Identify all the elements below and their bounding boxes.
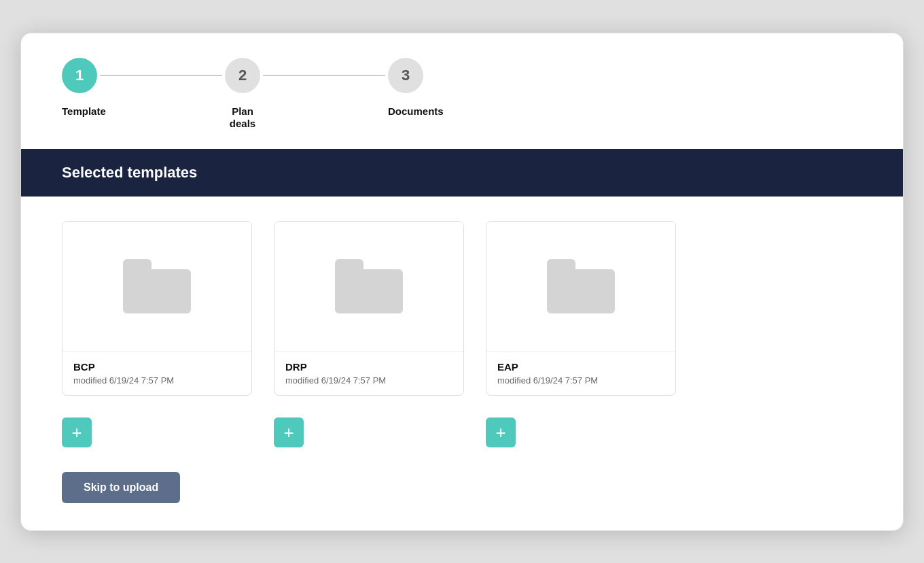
content-section: BCP modified 6/19/24 7:57 PM DRP modifie…: [21, 197, 903, 530]
add-buttons-row: + + +: [62, 417, 862, 447]
plus-icon-3: +: [495, 424, 505, 441]
add-template-btn-2[interactable]: +: [274, 417, 304, 447]
step-line-1: [100, 75, 222, 76]
step-3-circle: 3: [388, 58, 423, 93]
folder-body-drp: [335, 269, 403, 313]
skip-to-upload-button[interactable]: Skip to upload: [62, 472, 180, 503]
folder-body-bcp: [123, 269, 191, 313]
stepper-section: 1 2 3 Template Plan deals Documents: [21, 33, 903, 149]
template-modified-drp: modified 6/19/24 7:57 PM: [285, 375, 452, 386]
templates-grid: BCP modified 6/19/24 7:57 PM DRP modifie…: [62, 221, 862, 396]
add-template-btn-3[interactable]: +: [486, 417, 516, 447]
folder-icon-drp: [335, 259, 403, 313]
step-line-2: [263, 75, 385, 76]
folder-tab-eap: [547, 259, 575, 270]
folder-icon-bcp: [123, 259, 191, 313]
stepper-row: 1 2 3: [62, 58, 862, 93]
step-2-label: Plan deals: [230, 105, 255, 129]
template-name-eap: EAP: [497, 361, 664, 373]
step-3-label: Documents: [388, 105, 444, 117]
stepper-labels-row: Template Plan deals Documents: [62, 105, 862, 130]
folder-tab-drp: [335, 259, 363, 270]
step-1-label: Template: [62, 105, 106, 117]
add-btn-spacer-3: +: [486, 417, 676, 447]
template-name-bcp: BCP: [73, 361, 241, 373]
template-card-info-drp: DRP modified 6/19/24 7:57 PM: [274, 351, 463, 395]
template-name-drp: DRP: [285, 361, 452, 373]
plus-icon-2: +: [283, 424, 294, 441]
template-card-bcp: BCP modified 6/19/24 7:57 PM: [62, 221, 252, 396]
template-modified-eap: modified 6/19/24 7:57 PM: [497, 375, 664, 386]
step-2-circle: 2: [225, 58, 260, 93]
template-card-drp: DRP modified 6/19/24 7:57 PM: [274, 221, 464, 396]
add-btn-spacer-2: +: [274, 417, 464, 447]
template-modified-bcp: modified 6/19/24 7:57 PM: [73, 375, 241, 386]
template-card-preview-eap: [486, 222, 675, 351]
folder-icon-eap: [547, 259, 615, 313]
folder-tab-bcp: [123, 259, 152, 270]
modal-container: 1 2 3 Template Plan deals Documents: [20, 33, 904, 531]
template-card-preview-bcp: [63, 222, 251, 351]
template-card-info-bcp: BCP modified 6/19/24 7:57 PM: [63, 351, 251, 395]
add-btn-spacer-1: +: [62, 417, 252, 447]
selected-templates-title: Selected templates: [62, 164, 862, 182]
step-1-circle: 1: [62, 58, 97, 93]
plus-icon-1: +: [71, 424, 82, 441]
template-card-info-eap: EAP modified 6/19/24 7:57 PM: [486, 351, 675, 395]
selected-templates-header: Selected templates: [21, 149, 903, 197]
add-template-btn-1[interactable]: +: [62, 417, 92, 447]
folder-body-eap: [547, 269, 615, 313]
template-card-preview-drp: [274, 222, 463, 351]
template-card-eap: EAP modified 6/19/24 7:57 PM: [486, 221, 676, 396]
